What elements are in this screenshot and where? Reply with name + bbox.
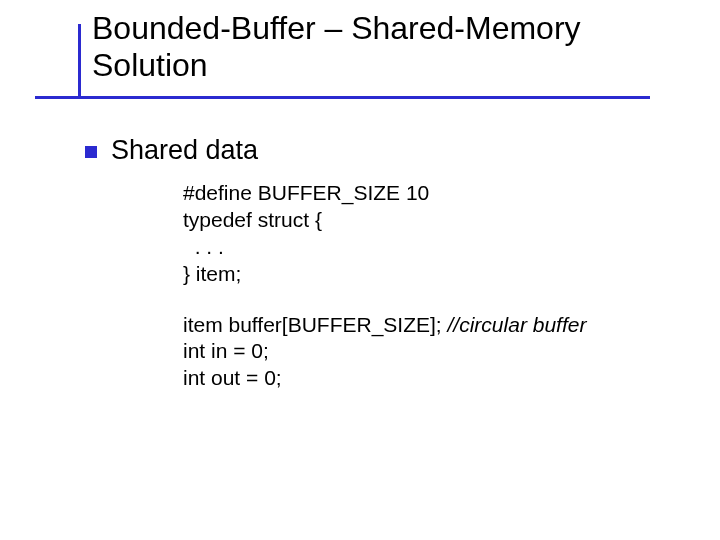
slide: Bounded-Buffer – Shared-Memory Solution … [0,0,720,540]
code-line: int out = 0; [183,365,665,392]
code-line: } item; [183,261,665,288]
code-line: item buffer[BUFFER_SIZE]; //circular buf… [183,312,665,339]
bullet-label: Shared data [111,135,258,166]
body: Shared data #define BUFFER_SIZE 10 typed… [85,135,665,392]
code-line: . . . [183,234,665,261]
code-text: item buffer[BUFFER_SIZE]; [183,313,448,336]
code-comment: //circular buffer [448,313,587,336]
code-block: #define BUFFER_SIZE 10 typedef struct { … [183,180,665,392]
slide-title: Bounded-Buffer – Shared-Memory Solution [35,10,680,84]
title-rule-horizontal [35,96,650,99]
blank-line [183,288,665,312]
title-line-1: Bounded-Buffer – Shared-Memory [92,10,581,46]
code-line: typedef struct { [183,207,665,234]
bullet-square-icon [85,146,97,158]
bullet-item: Shared data [85,135,665,166]
title-line-2: Solution [92,47,208,83]
code-line: #define BUFFER_SIZE 10 [183,180,665,207]
header: Bounded-Buffer – Shared-Memory Solution [35,10,680,84]
code-line: int in = 0; [183,338,665,365]
